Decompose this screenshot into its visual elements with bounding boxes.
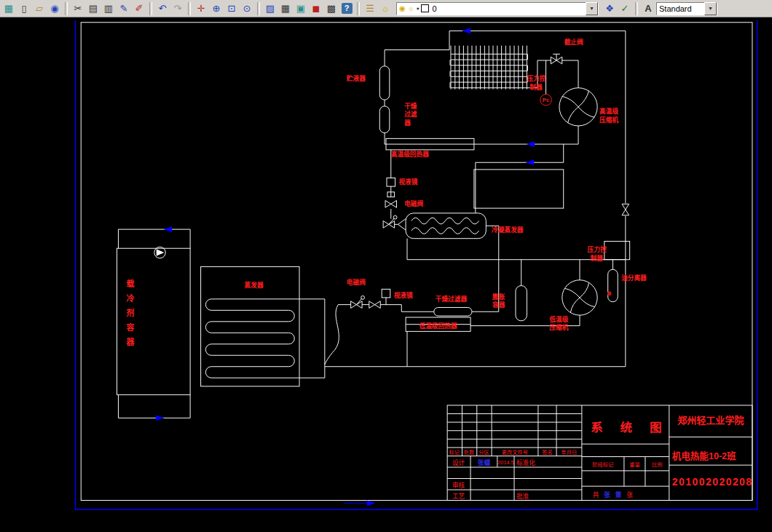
ht-regenerator-label: 高温级回热器 (391, 150, 429, 158)
pump-arrow (157, 249, 165, 256)
evaporator-label: 蒸发器 (245, 281, 264, 289)
layer-thaw-icon: ☼ (408, 4, 414, 12)
col-docno: 更改文件号 (502, 449, 528, 456)
zoom-extents-icon[interactable]: ⊙ (240, 1, 254, 16)
ht-compressor-label-2: 压缩机 (599, 116, 618, 124)
expansion-vessel-label-2: 容器 (492, 301, 505, 309)
condenser-evaporator-label: 冷凝蒸发器 (492, 226, 524, 234)
drawing-canvas[interactable]: Pc 截止阀 压力控 制器 高温级 压缩机 贮液器 干燥 过滤 器 高温级回热器… (0, 17, 772, 532)
approve-label: 批准 (516, 492, 529, 500)
pan-icon[interactable]: ✛ (194, 1, 208, 16)
design-date: 2014.5 (497, 459, 513, 466)
oil-separator-vessel (608, 269, 618, 301)
hatch-icon[interactable]: ▨ (263, 1, 277, 16)
zoom-window-icon[interactable]: ⊡ (224, 1, 239, 16)
redo-icon[interactable]: ↷ (170, 1, 185, 16)
help-glyph: ? (342, 3, 352, 14)
pencil-icon[interactable]: ✎ (117, 1, 131, 16)
intercooler-box (474, 170, 564, 208)
charging-hose (325, 305, 339, 365)
layer-lock-icon: ▪ (417, 4, 420, 12)
toolbar-separator (149, 2, 152, 15)
sight-glass-top-symbol (387, 178, 395, 187)
bulb-icon[interactable]: ☼ (378, 1, 393, 16)
schematic: Pc 截止阀 压力控 制器 高温级 压缩机 贮液器 干燥 过滤 器 高温级回热器… (0, 17, 772, 532)
style-dropdown-arrow[interactable]: ▼ (704, 2, 717, 15)
layer-color-swatch (421, 4, 429, 12)
sight-glass-bottom-symbol (382, 289, 390, 298)
zoom-in-icon[interactable]: ⊕ (209, 1, 224, 16)
layer-name: 0 (432, 4, 436, 13)
text-style-icon[interactable]: A (641, 1, 655, 16)
solenoid-valve-bottom-symbol (369, 301, 380, 309)
stage-label: 阶段标记 (592, 461, 613, 468)
brush-icon[interactable]: ✐ (132, 1, 146, 16)
calculator-icon[interactable]: ▩ (324, 1, 339, 16)
copy-icon[interactable]: ▤ (86, 1, 101, 16)
dry-filter-top-label-2: 过滤 (404, 110, 417, 118)
dry-filter-bottom-vessel (434, 307, 472, 316)
text-style-value: Standard (659, 4, 692, 13)
expansion-vessel-body (516, 285, 527, 320)
sight-glass-top-label: 视液镜 (398, 178, 417, 186)
school-name: 郑州轻工业学院 (677, 415, 744, 426)
text-style-dropdown[interactable]: Standard ▼ (656, 2, 717, 15)
undo-icon[interactable]: ↶ (155, 1, 170, 16)
stop-valve-symbol (551, 54, 562, 64)
new-file-icon[interactable]: ▯ (17, 1, 31, 16)
oil-separator-label: 油分离器 (621, 274, 647, 282)
receiver-label: 贮液器 (347, 74, 366, 82)
pressure-controller-top-label-2: 制器 (529, 83, 543, 91)
title-block-text: 系 统 图 郑州轻工业学院 机电热能10-2班 201002020208 标记 … (449, 415, 753, 500)
pressure-controller-bottom-label-1: 压力控 (588, 245, 607, 253)
col-date: 年月日 (562, 449, 578, 456)
student-id: 201002020208 (672, 476, 753, 488)
lt-compressor-label-2: 压缩机 (549, 323, 568, 331)
lt-regenerator-label: 低温级回热器 (418, 322, 457, 330)
toolbar-separator (635, 2, 638, 15)
layer-states-icon[interactable]: ❖ (602, 1, 617, 16)
app-grid-icon[interactable]: ▦ (1, 1, 16, 16)
ht-compressor-blades (562, 91, 594, 123)
lt-compressor-label-1: 低温级 (548, 315, 568, 323)
col-mark: 标记 (449, 449, 460, 456)
expansion-vessel-label-1: 膨胀 (492, 293, 505, 301)
receiver-vessel (379, 66, 390, 100)
toolbar-separator (357, 2, 360, 15)
expansion-valve-top-symbol (383, 218, 394, 229)
standard-label: 标准化 (516, 458, 535, 467)
review-label: 审核 (452, 481, 465, 489)
web-icon[interactable]: ◉ (47, 1, 62, 16)
toolbar: ▦ ▯ ▱ ◉ ✂ ▤ ▥ ✎ ✐ ↶ ↷ ✛ ⊕ ⊡ ⊙ ▨ ▦ ▣ ◼ ▩ … (0, 0, 772, 17)
open-folder-icon[interactable]: ▱ (32, 1, 47, 16)
layer-on-icon: ◉ (399, 4, 406, 12)
dry-filter-top-label-3: 器 (403, 119, 411, 127)
cut-icon[interactable]: ✂ (71, 1, 85, 16)
layer-current-icon[interactable]: ✓ (618, 1, 632, 16)
help-icon[interactable]: ? (339, 1, 354, 16)
image-icon[interactable]: ▣ (294, 1, 308, 16)
component-labels: 截止阀 压力控 制器 高温级 压缩机 贮液器 干燥 过滤 器 高温级回热器 视液… (245, 38, 647, 332)
paste-icon[interactable]: ▥ (101, 1, 116, 16)
sight-glass-bottom-label: 视液镜 (394, 291, 413, 299)
sheet-no-unit: 张 (626, 491, 633, 499)
designer-name: 张蟠 (478, 458, 491, 467)
pressure-controller-top-label-1: 压力控 (527, 74, 545, 82)
sheet-outer-border (75, 20, 757, 509)
sheet-total-unit: 张 (604, 491, 610, 499)
layer-dropdown-arrow[interactable]: ▼ (586, 2, 598, 15)
table-icon[interactable]: ▦ (278, 1, 293, 16)
layers-icon[interactable]: ☰ (363, 1, 377, 16)
coolant-container-label: 载冷剂容器 (124, 279, 135, 389)
weight-label: 重量 (629, 461, 640, 468)
layer-dropdown[interactable]: ◉ ☼ ▪ 0 ▼ (396, 2, 599, 15)
ht-compressor-label-1: 高温级 (599, 108, 618, 116)
book-icon[interactable]: ◼ (309, 1, 323, 16)
dry-filter-bottom-label: 干燥过滤器 (436, 295, 468, 303)
piping (117, 31, 630, 418)
class-name: 机电热能10-2班 (672, 450, 736, 461)
toolbar-separator (188, 2, 191, 15)
pressure-controller-bottom-label-2: 制器 (590, 254, 603, 262)
toolbar-separator (65, 2, 68, 15)
dry-filter-top-label-1: 干燥 (404, 102, 417, 110)
